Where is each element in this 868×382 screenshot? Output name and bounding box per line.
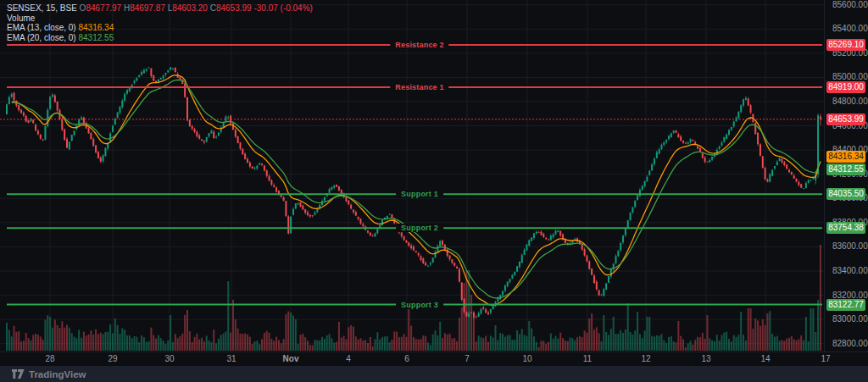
price-axis-tick: 83400.00 xyxy=(832,266,868,275)
volume-layer xyxy=(6,245,821,351)
open-value: 84677.97 xyxy=(86,3,121,13)
level-label-support-3[interactable]: Support 3 xyxy=(396,301,443,309)
change-value: -30.07 (-0.04%) xyxy=(253,3,312,13)
level-label-support-1[interactable]: Support 1 xyxy=(396,190,443,198)
price-badge-support-1: 84035.50 xyxy=(826,188,865,200)
ema20-value: 84312.55 xyxy=(78,33,114,42)
time-axis-label-13: 13 xyxy=(701,354,710,363)
time-axis-label-10: 10 xyxy=(522,354,531,363)
time-axis[interactable]: 28293031Nov467101112131417 xyxy=(0,352,868,366)
price-axis-tick: 82800.00 xyxy=(832,339,868,348)
legend-ema20-row[interactable]: EMA (20, close, 0) 84312.55 xyxy=(7,33,313,43)
price-badge-ema20: 84312.55 xyxy=(826,163,865,175)
ema20-label: EMA (20, close, 0) xyxy=(7,33,76,42)
symbol-title: SENSEX, 15, BSE xyxy=(7,3,77,13)
price-badge-support-2: 83754.38 xyxy=(826,222,865,234)
close-value: 84653.99 xyxy=(216,3,252,13)
price-axis-tick: 83200.00 xyxy=(832,291,868,300)
legend-ema13-row[interactable]: EMA (13, close, 0) 84316.34 xyxy=(7,23,313,33)
time-axis-label-31: 31 xyxy=(226,354,236,363)
volume-indicator-label: Volume xyxy=(7,14,35,23)
ema13-label: EMA (13, close, 0) xyxy=(7,23,76,32)
close-label: C xyxy=(210,3,216,13)
ema13-value: 84316.34 xyxy=(78,23,114,32)
time-axis-label-4: 4 xyxy=(346,354,351,363)
high-value: 84697.87 xyxy=(130,3,165,13)
time-axis-label-14: 14 xyxy=(760,354,770,363)
time-axis-label-30: 30 xyxy=(164,354,174,363)
tradingview-chart-window: SENSEX, 15, BSE O84677.97 H84697.87 L846… xyxy=(0,0,868,382)
low-value: 84603.20 xyxy=(172,3,208,13)
price-axis-tick: 85600.00 xyxy=(832,0,868,9)
tradingview-logo[interactable]: TradingView xyxy=(12,369,86,379)
level-label-support-2[interactable]: Support 2 xyxy=(396,224,443,232)
level-label-resistance-2[interactable]: Resistance 2 xyxy=(390,41,448,49)
price-badge-resistance-1: 84919.00 xyxy=(826,81,865,93)
price-badge-resistance-2: 85269.10 xyxy=(826,39,865,51)
time-axis-label-6: 6 xyxy=(404,354,409,363)
legend-volume-row[interactable]: Volume xyxy=(7,14,313,24)
tradingview-logo-icon xyxy=(12,369,25,379)
time-axis-label-29: 29 xyxy=(108,354,117,363)
price-axis-tick: 83600.00 xyxy=(832,241,868,251)
price-badge-support-3: 83122.77 xyxy=(826,299,865,311)
price-axis-tick: 85000.00 xyxy=(832,72,868,81)
price-axis-tick: 83000.00 xyxy=(832,314,868,324)
bottom-toolbar: TradingView xyxy=(0,366,868,382)
legend-symbol-row: SENSEX, 15, BSE O84677.97 H84697.87 L846… xyxy=(7,3,313,14)
price-badge-last-price: 84653.99 xyxy=(826,113,865,125)
chart-legend[interactable]: SENSEX, 15, BSE O84677.97 H84697.87 L846… xyxy=(7,3,313,42)
time-axis-label-nov: Nov xyxy=(283,354,299,363)
price-badge-ema13: 84316.34 xyxy=(826,151,865,163)
tradingview-logo-text: TradingView xyxy=(29,369,86,379)
time-axis-label-28: 28 xyxy=(45,354,54,363)
time-axis-label-17: 17 xyxy=(821,354,830,363)
price-axis-tick: 85400.00 xyxy=(832,24,868,33)
time-axis-label-12: 12 xyxy=(641,354,650,363)
level-label-resistance-1[interactable]: Resistance 1 xyxy=(390,83,448,91)
gridlines-layer xyxy=(0,0,824,352)
ema20-line xyxy=(12,80,821,298)
price-axis-tick: 84800.00 xyxy=(832,97,868,106)
time-axis-label-7: 7 xyxy=(465,354,470,363)
price-axis[interactable]: 82800.0083000.0083200.0083400.0083600.00… xyxy=(824,0,868,352)
chart-svg[interactable] xyxy=(0,0,824,352)
time-axis-label-11: 11 xyxy=(583,354,592,363)
candlestick-chart-canvas[interactable] xyxy=(0,0,824,352)
